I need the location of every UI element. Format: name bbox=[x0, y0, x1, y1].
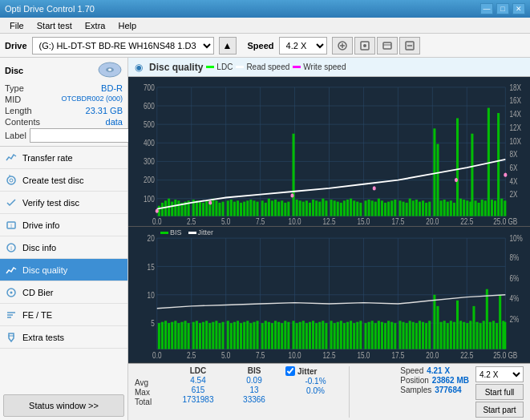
svg-point-10 bbox=[7, 176, 15, 184]
svg-rect-112 bbox=[318, 202, 321, 216]
svg-rect-212 bbox=[161, 322, 164, 349]
svg-text:7.5: 7.5 bbox=[256, 217, 265, 226]
speed-group: Speed 4.21 X Position 23862 MB Samples 3… bbox=[400, 366, 469, 394]
svg-rect-125 bbox=[364, 200, 366, 216]
svg-rect-109 bbox=[309, 203, 311, 216]
svg-rect-225 bbox=[205, 321, 208, 349]
sidebar-item-drive-info[interactable]: i Drive info bbox=[0, 214, 127, 236]
svg-rect-250 bbox=[292, 321, 294, 349]
svg-text:6%: 6% bbox=[509, 273, 519, 284]
svg-text:10X: 10X bbox=[509, 137, 521, 146]
svg-rect-149 bbox=[447, 202, 449, 216]
disc-info-icon: i bbox=[5, 241, 18, 254]
sidebar-item-create-test-disc[interactable]: Create test disc bbox=[0, 169, 127, 192]
legend-write-speed-color bbox=[293, 66, 301, 68]
svg-text:500: 500 bbox=[144, 120, 155, 129]
svg-rect-253 bbox=[302, 321, 305, 349]
start-part-button[interactable]: Start part bbox=[475, 402, 524, 418]
svg-rect-114 bbox=[325, 200, 327, 216]
menu-extra[interactable]: Extra bbox=[79, 19, 112, 32]
svg-point-7 bbox=[108, 69, 111, 71]
max-ldc: 615 bbox=[170, 386, 226, 394]
svg-rect-276 bbox=[381, 322, 383, 349]
svg-rect-119 bbox=[343, 200, 346, 216]
chart-speed-dropdown[interactable]: 4.2 X bbox=[475, 366, 524, 382]
svg-text:10.0: 10.0 bbox=[289, 217, 301, 226]
svg-rect-89 bbox=[240, 203, 242, 216]
svg-rect-107 bbox=[302, 202, 305, 216]
sidebar-item-fe-te[interactable]: FE / TE bbox=[0, 304, 127, 326]
ldc-header: LDC bbox=[170, 366, 226, 375]
svg-rect-249 bbox=[287, 322, 289, 349]
svg-rect-300 bbox=[463, 322, 465, 349]
samples-stat-value: 377684 bbox=[435, 386, 461, 394]
menu-start-test[interactable]: Start test bbox=[30, 19, 79, 32]
svg-rect-81 bbox=[212, 199, 214, 216]
menu-help[interactable]: Help bbox=[111, 19, 143, 32]
svg-rect-95 bbox=[261, 200, 264, 216]
svg-rect-113 bbox=[322, 199, 324, 216]
speed-select[interactable]: 4.2 X bbox=[279, 37, 327, 55]
svg-text:22.5: 22.5 bbox=[460, 217, 473, 226]
speed-btn-2[interactable] bbox=[354, 37, 375, 55]
svg-rect-82 bbox=[215, 200, 217, 216]
sidebar-item-disc-quality[interactable]: Disc quality bbox=[0, 259, 127, 281]
svg-rect-243 bbox=[268, 322, 270, 349]
verify-test-disc-icon bbox=[5, 196, 18, 209]
svg-rect-231 bbox=[227, 321, 229, 349]
speed-btn-4[interactable] bbox=[399, 37, 420, 55]
legend-ldc-color bbox=[206, 66, 214, 68]
sidebar-item-verify-test-disc[interactable]: Verify test disc bbox=[0, 192, 127, 214]
svg-rect-146 bbox=[436, 144, 439, 216]
close-button[interactable]: ✕ bbox=[512, 3, 525, 14]
svg-rect-252 bbox=[299, 322, 301, 349]
svg-rect-271 bbox=[364, 324, 366, 349]
svg-rect-261 bbox=[330, 321, 333, 349]
svg-rect-245 bbox=[274, 321, 277, 349]
svg-rect-117 bbox=[337, 202, 339, 216]
nav-label-cd-bier: CD Bier bbox=[22, 288, 54, 297]
svg-rect-238 bbox=[249, 324, 252, 349]
svg-text:5.0: 5.0 bbox=[221, 350, 231, 361]
svg-rect-217 bbox=[177, 324, 180, 349]
speed-btn-3[interactable] bbox=[377, 37, 398, 55]
svg-rect-100 bbox=[277, 202, 280, 216]
svg-text:12X: 12X bbox=[509, 123, 521, 132]
svg-rect-136 bbox=[402, 202, 404, 216]
svg-point-169 bbox=[208, 200, 212, 204]
svg-rect-220 bbox=[188, 324, 190, 349]
sidebar-item-cd-bier[interactable]: CD Bier bbox=[0, 281, 127, 304]
svg-rect-240 bbox=[257, 321, 259, 349]
jitter-header: Jitter bbox=[297, 367, 317, 376]
jitter-checkbox[interactable] bbox=[285, 366, 295, 376]
svg-rect-308 bbox=[489, 322, 492, 349]
sidebar-item-extra-tests[interactable]: Extra tests bbox=[0, 326, 127, 349]
menu-file[interactable]: File bbox=[3, 19, 30, 32]
svg-rect-244 bbox=[271, 324, 273, 349]
fe-te-icon bbox=[5, 309, 18, 321]
drive-select[interactable]: (G:) HL-DT-ST BD-RE WH16NS48 1.D3 bbox=[32, 37, 214, 55]
svg-rect-67 bbox=[164, 200, 167, 216]
sidebar-item-transfer-rate[interactable]: Transfer rate bbox=[0, 147, 127, 169]
drive-eject-button[interactable]: ▲ bbox=[219, 37, 237, 55]
start-full-button[interactable]: Start full bbox=[475, 384, 524, 400]
svg-point-172 bbox=[455, 178, 458, 182]
minimize-button[interactable]: — bbox=[480, 3, 493, 14]
svg-rect-122 bbox=[353, 200, 355, 216]
svg-rect-71 bbox=[177, 200, 180, 216]
svg-rect-88 bbox=[237, 200, 239, 216]
transfer-rate-icon bbox=[5, 151, 18, 164]
svg-rect-215 bbox=[171, 322, 173, 349]
main-layout: Disc Type BD-R MID OTCBDR002 (000) Leng bbox=[0, 58, 530, 420]
label-input[interactable] bbox=[30, 128, 136, 143]
upper-chart-svg: 700 600 500 400 300 200 100 18X 16X 14X … bbox=[128, 77, 530, 226]
svg-text:17.5: 17.5 bbox=[391, 217, 404, 226]
svg-rect-101 bbox=[281, 200, 283, 216]
maximize-button[interactable]: □ bbox=[496, 3, 509, 14]
sidebar-item-disc-info[interactable]: i Disc info bbox=[0, 236, 127, 259]
status-window-button[interactable]: Status window >> bbox=[3, 394, 124, 417]
speed-btn-1[interactable] bbox=[332, 37, 353, 55]
svg-rect-311 bbox=[499, 295, 501, 349]
svg-text:300: 300 bbox=[144, 157, 155, 166]
svg-text:6X: 6X bbox=[509, 164, 517, 172]
